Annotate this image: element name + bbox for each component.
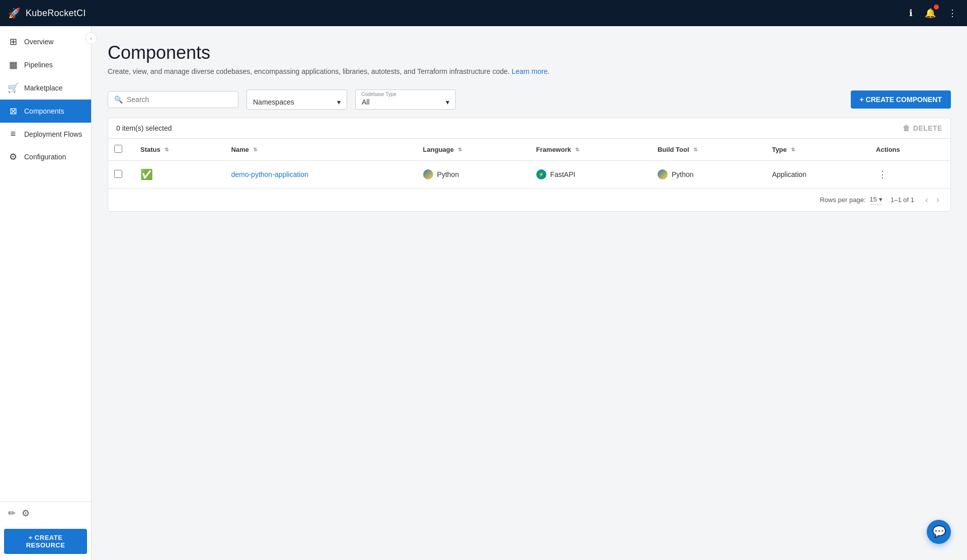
actions-col-header: Actions [868,139,950,161]
page-title: Components [108,42,951,63]
sidebar-item-overview[interactable]: ⊞ Overview [0,30,91,53]
sidebar-item-components[interactable]: ⊠ Components [0,100,91,123]
sidebar-bottom: ✏ ⚙ [0,501,91,525]
content-area: Components Create, view, and manage dive… [92,26,967,560]
overview-icon: ⊞ [8,36,18,47]
search-input[interactable] [127,96,232,104]
actions-cell: ⋮ [868,161,950,189]
sidebar-item-deployment-flows[interactable]: ≡ Deployment Flows [0,123,91,145]
status-ok-icon: ✅ [140,169,153,180]
learn-more-link[interactable]: Learn more. [512,67,549,75]
row-actions-button[interactable]: ⋮ [876,167,889,182]
collapse-icon: ‹ [90,36,92,41]
component-link[interactable]: demo-python-application [231,170,308,178]
sidebar-nav: ⊞ Overview ▦ Pipelines 🛒 Marketplace ⊠ C… [0,26,91,501]
name-sort-icon: ⇅ [253,147,257,152]
search-icon: 🔍 [114,96,123,104]
table-header-row: Status ⇅ Name ⇅ Language [108,139,950,161]
type-cell: Application [764,161,868,189]
language-sort-icon: ⇅ [458,147,462,152]
page-info: 1–1 of 1 [891,196,914,204]
pipelines-icon: ▦ [8,59,18,70]
language-value: Python [437,170,459,178]
codebase-type-select-wrapper: Codebase Type All ▾ [355,89,456,110]
menu-button[interactable]: ⋮ [946,6,959,21]
sidebar-item-label-components: Components [24,107,64,115]
row-checkbox-cell [108,161,132,189]
status-col-header[interactable]: Status ⇅ [132,139,223,161]
type-value: Application [772,170,807,178]
language-col-header[interactable]: Language ⇅ [415,139,528,161]
components-table: Status ⇅ Name ⇅ Language [108,139,950,188]
name-col-header[interactable]: Name ⇅ [223,139,415,161]
build-tool-value: Python [672,170,694,178]
menu-icon: ⋮ [948,8,957,19]
pagination-row: Rows per page: 15 ▾ 1–1 of 1 ‹ › [108,188,950,211]
create-resource-button[interactable]: + CREATE RESOURCE [4,529,87,554]
build-tool-sort-icon: ⇅ [693,147,697,152]
framework-value: FastAPI [550,170,576,178]
language-cell: Python [415,161,528,189]
sidebar-item-label-deployment-flows: Deployment Flows [24,130,82,138]
configuration-icon: ⚙ [8,151,18,162]
status-sort-icon: ⇅ [165,147,169,152]
edit-icon[interactable]: ✏ [8,508,16,519]
header-actions: ℹ 🔔 ⋮ [907,6,959,21]
main-layout: ‹ ⊞ Overview ▦ Pipelines 🛒 Marketplace ⊠… [0,26,967,560]
create-component-label: + CREATE COMPONENT [860,96,942,104]
info-button[interactable]: ℹ [907,6,915,21]
top-header: 🚀 KubeRocketCI ℹ 🔔 ⋮ [0,0,967,26]
chat-icon: 💬 [932,525,946,538]
trash-icon: 🗑 [903,124,910,132]
logo-area: 🚀 KubeRocketCI [8,7,86,19]
selection-row: 0 item(s) selected 🗑 DELETE [108,118,950,139]
delete-button[interactable]: 🗑 DELETE [903,124,942,132]
name-cell: demo-python-application [223,161,415,189]
chat-fab-button[interactable]: 💬 [927,520,951,544]
next-page-button[interactable]: › [933,194,942,206]
framework-col-header[interactable]: Framework ⇅ [528,139,650,161]
namespaces-label: Namespaces [253,98,294,106]
namespaces-select-wrapper: Namespaces ▾ [247,89,347,110]
sidebar: ‹ ⊞ Overview ▦ Pipelines 🛒 Marketplace ⊠… [0,26,92,560]
marketplace-icon: 🛒 [8,82,18,94]
sidebar-item-configuration[interactable]: ⚙ Configuration [0,145,91,168]
sidebar-item-marketplace[interactable]: 🛒 Marketplace [0,76,91,100]
type-sort-icon: ⇅ [791,147,795,152]
prev-page-button[interactable]: ‹ [922,194,931,206]
codebase-type-value: All [362,98,370,106]
rows-per-page-value: 15 [870,196,877,203]
codebase-type-label: Codebase Type [361,91,396,97]
table-container: 0 item(s) selected 🗑 DELETE Status [108,118,951,212]
fastapi-icon: ⚡ [536,169,546,179]
create-resource-label: + CREATE RESOURCE [12,534,79,549]
python-build-icon [658,169,668,179]
sidebar-collapse-button[interactable]: ‹ [85,32,97,44]
select-all-col [108,139,132,161]
build-tool-col-header[interactable]: Build Tool ⇅ [650,139,764,161]
rows-per-page-select[interactable]: 15 ▾ [870,196,882,205]
components-icon: ⊠ [8,106,18,117]
namespaces-chevron-icon: ▾ [337,98,341,106]
type-col-header[interactable]: Type ⇅ [764,139,868,161]
notification-icon: 🔔 [925,8,936,19]
settings-icon[interactable]: ⚙ [22,508,30,519]
sidebar-item-label-marketplace: Marketplace [24,84,62,92]
create-component-button[interactable]: + CREATE COMPONENT [851,90,951,109]
notification-button[interactable]: 🔔 [923,6,938,21]
sidebar-item-pipelines[interactable]: ▦ Pipelines [0,53,91,76]
row-checkbox[interactable] [114,170,122,178]
build-tool-cell: Python [650,161,764,189]
select-all-checkbox[interactable] [114,145,122,153]
info-icon: ℹ [909,8,913,19]
framework-cell: ⚡ FastAPI [528,161,650,189]
sidebar-item-label-overview: Overview [24,38,53,46]
selection-count: 0 item(s) selected [116,124,172,132]
framework-sort-icon: ⇅ [575,147,579,152]
rows-per-page-label: Rows per page: [820,196,865,204]
sidebar-item-label-pipelines: Pipelines [24,61,53,69]
status-cell: ✅ [132,161,223,189]
search-field[interactable]: 🔍 [108,91,238,108]
rpp-chevron-icon: ▾ [879,196,882,203]
namespaces-select[interactable]: Namespaces ▾ [247,89,347,110]
